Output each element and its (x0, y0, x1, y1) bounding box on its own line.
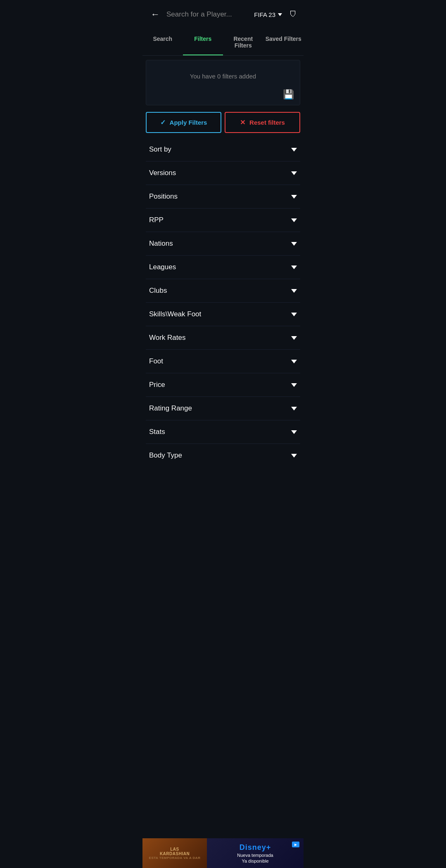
chevron-icon-rpp (291, 218, 297, 222)
ad-banner[interactable]: LAS KARDASHIAN ESTA TEMPORADA VA A DAR D… (142, 838, 304, 868)
filter-label-positions: Positions (149, 192, 178, 201)
chevron-icon-sort-by (291, 148, 297, 152)
reset-filters-button[interactable]: ✕ Reset filters (225, 112, 300, 133)
filter-row-leagues[interactable]: Leagues (146, 256, 300, 279)
disney-plus-logo: Disney+ (240, 843, 271, 852)
action-buttons: ✓ Apply Filters ✕ Reset filters (142, 109, 304, 138)
filter-row-versions[interactable]: Versions (146, 161, 300, 185)
ad-play-icon[interactable] (292, 842, 299, 847)
chevron-icon-skills-weak-foot (291, 313, 297, 316)
chevron-icon-clubs (291, 289, 297, 293)
fifa-version-label: FIFA 23 (254, 11, 275, 18)
filter-label-body-type: Body Type (149, 451, 182, 460)
filter-count-text: You have 0 filters added (153, 73, 293, 80)
filter-label-sort-by: Sort by (149, 145, 171, 154)
filter-label-skills-weak-foot: Skills\Weak Foot (149, 310, 201, 318)
filter-label-leagues: Leagues (149, 263, 176, 271)
chevron-icon-work-rates (291, 336, 297, 340)
filter-row-stats[interactable]: Stats (146, 420, 300, 444)
filter-row-foot[interactable]: Foot (146, 350, 300, 373)
ad-right-section: Disney+ Nueva temporada Ya disponible (207, 838, 304, 868)
filter-label-price: Price (149, 381, 165, 389)
filter-label-foot: Foot (149, 357, 163, 365)
reset-filters-label: Reset filters (249, 119, 285, 126)
filter-label-rpp: RPP (149, 216, 164, 224)
chevron-icon-positions (291, 195, 297, 199)
header: ← Search for a Player... FIFA 23 ⛉ (142, 0, 304, 29)
chevron-icon-nations (291, 242, 297, 246)
chevron-icon-rating-range (291, 407, 297, 410)
chevron-icon-leagues (291, 266, 297, 269)
fifa-version-selector[interactable]: FIFA 23 (254, 11, 282, 18)
chevron-icon-stats (291, 430, 297, 434)
tab-recent-filters[interactable]: Recent Filters (223, 29, 263, 55)
filter-row-body-type[interactable]: Body Type (146, 444, 300, 467)
filter-row-rpp[interactable]: RPP (146, 209, 300, 232)
chevron-icon-versions (291, 171, 297, 175)
version-chevron-icon (278, 13, 282, 16)
filter-info-box: You have 0 filters added 💾 (146, 60, 300, 105)
apply-filters-label: Apply Filters (170, 119, 207, 126)
filter-row-sort-by[interactable]: Sort by (146, 138, 300, 161)
filter-label-versions: Versions (149, 169, 176, 177)
filter-row-positions[interactable]: Positions (146, 185, 300, 209)
back-button[interactable]: ← (149, 7, 161, 21)
check-icon: ✓ (160, 119, 166, 126)
tab-saved-filters[interactable]: Saved Filters (263, 29, 304, 55)
chevron-icon-price (291, 383, 297, 387)
filter-label-nations: Nations (149, 240, 173, 248)
ad-right-line1: Nueva temporada (237, 853, 273, 858)
ad-left-section: LAS KARDASHIAN ESTA TEMPORADA VA A DAR (142, 838, 207, 868)
filter-row-work-rates[interactable]: Work Rates (146, 326, 300, 350)
funnel-icon[interactable]: ⛉ (289, 10, 297, 19)
filter-row-skills-weak-foot[interactable]: Skills\Weak Foot (146, 303, 300, 326)
search-placeholder[interactable]: Search for a Player... (166, 10, 249, 19)
filter-row-nations[interactable]: Nations (146, 232, 300, 256)
apply-filters-button[interactable]: ✓ Apply Filters (146, 112, 221, 133)
chevron-icon-body-type (291, 454, 297, 458)
filter-row-clubs[interactable]: Clubs (146, 279, 300, 303)
filter-label-stats: Stats (149, 428, 165, 436)
x-icon: ✕ (240, 119, 245, 126)
tab-filters[interactable]: Filters (183, 29, 223, 55)
tabs-bar: Search Filters Recent Filters Saved Filt… (142, 29, 304, 56)
chevron-icon-foot (291, 360, 297, 363)
ad-left-text: LAS KARDASHIAN ESTA TEMPORADA VA A DAR (149, 847, 201, 860)
filter-label-rating-range: Rating Range (149, 404, 192, 413)
tab-search[interactable]: Search (142, 29, 183, 55)
filter-row-rating-range[interactable]: Rating Range (146, 397, 300, 420)
filter-list: Sort byVersionsPositionsRPPNationsLeague… (142, 138, 304, 467)
save-filter-icon[interactable]: 💾 (283, 89, 294, 100)
filter-row-price[interactable]: Price (146, 373, 300, 397)
ad-right-line2: Ya disponible (242, 859, 268, 863)
filter-label-work-rates: Work Rates (149, 334, 186, 342)
filter-label-clubs: Clubs (149, 287, 167, 295)
